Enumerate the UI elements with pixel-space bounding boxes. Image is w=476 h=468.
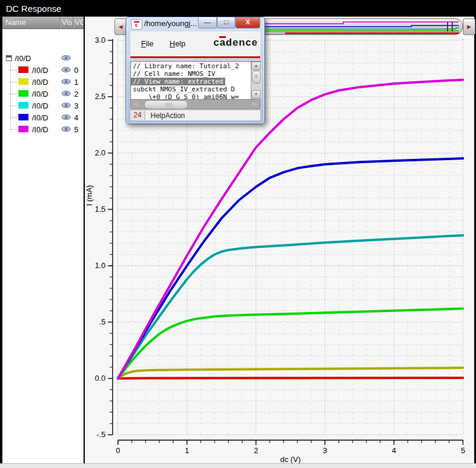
tree-line bbox=[10, 70, 17, 71]
close-button[interactable]: X bbox=[235, 17, 260, 28]
x-tick-label: 2 bbox=[254, 446, 258, 455]
popup-menubar: File Help cadence bbox=[130, 31, 260, 56]
minimize-icon: — bbox=[199, 17, 216, 27]
y-tick-label: 2.5 bbox=[95, 92, 106, 101]
column-header-vgs[interactable]: VGS bbox=[75, 18, 84, 27]
line-number-badge: 24 bbox=[130, 110, 145, 120]
h-scroll-thumb[interactable] bbox=[144, 100, 188, 109]
color-swatch bbox=[18, 126, 28, 132]
title-bar[interactable]: DC Response bbox=[0, 0, 476, 17]
netlist-line[interactable]: // Cell name: NMOS_IV bbox=[131, 70, 253, 78]
column-header-vis[interactable]: Vis bbox=[62, 18, 72, 27]
cadence-window-icon: c bbox=[131, 19, 142, 30]
vgs-value: 2 bbox=[74, 90, 78, 98]
eye-icon[interactable] bbox=[62, 102, 71, 109]
popup-statusbar: 24 HelpAction bbox=[130, 110, 260, 120]
y-tick-label: 3.0 bbox=[95, 36, 106, 44]
cadence-logo: cadence bbox=[213, 37, 258, 49]
tree-expander-icon[interactable] bbox=[6, 55, 12, 61]
red-separator bbox=[130, 56, 260, 58]
y-tick-label: -.5 bbox=[97, 430, 106, 439]
tree-line bbox=[10, 82, 17, 82]
x-tick-label: 5 bbox=[461, 446, 465, 455]
curve-vgs-3 bbox=[118, 235, 463, 378]
curve-vgs-4 bbox=[118, 158, 463, 378]
y-tick-label: .5 bbox=[99, 317, 106, 326]
menu-file-rest: ile bbox=[146, 39, 154, 48]
legend-row[interactable]: /I0/D4 bbox=[2, 112, 84, 123]
legend-row[interactable]: /I0/D1 bbox=[2, 76, 84, 88]
vgs-value: 0 bbox=[74, 66, 78, 75]
eye-icon[interactable] bbox=[62, 114, 71, 120]
y-tick-label: 1.5 bbox=[95, 205, 106, 214]
legend-tree: /I0/D/I0/D0/I0/D1/I0/D2/I0/D3/I0/D4/I0/D… bbox=[2, 28, 84, 463]
color-swatch bbox=[18, 90, 28, 97]
netlist-line[interactable]: // Library name: Tutorial_2 bbox=[131, 62, 253, 70]
netlist-line[interactable]: \+0 (D G S 0) ami06N w= bbox=[131, 93, 253, 99]
scroll-right-button[interactable]: ▷ bbox=[250, 100, 260, 109]
column-separator bbox=[60, 17, 60, 28]
x-tick-label: 4 bbox=[392, 446, 396, 455]
scroll-up-button[interactable]: ▲ bbox=[251, 62, 261, 70]
color-swatch bbox=[18, 78, 28, 85]
netlist-line[interactable]: subckt NMOS_IV_extracted D bbox=[131, 85, 253, 93]
vgs-value: 3 bbox=[74, 101, 78, 110]
thumb-grip bbox=[166, 103, 173, 107]
eye-icon[interactable] bbox=[62, 66, 71, 73]
maximize-button[interactable]: □ bbox=[217, 17, 235, 28]
vgs-value: 5 bbox=[74, 125, 78, 134]
app-window: DC Response Name Vis VGS /I0/D/I0/D0/I0/… bbox=[0, 0, 476, 468]
window-title: DC Response bbox=[6, 4, 61, 14]
h-scrollbar: ◁ ▷ bbox=[130, 99, 260, 109]
netlist-line[interactable]: // View name: extracted bbox=[131, 78, 225, 85]
legend-panel: Name Vis VGS /I0/D/I0/D0/I0/D1/I0/D2/I0/… bbox=[2, 17, 84, 463]
arrow-right-icon: ▷ bbox=[253, 101, 257, 107]
trace-label: /I0/D bbox=[32, 125, 48, 134]
menu-help-rest: elp bbox=[175, 39, 185, 48]
vgs-value: 4 bbox=[74, 113, 78, 122]
scroll-down-button[interactable]: ▼ bbox=[251, 90, 261, 98]
legend-row[interactable]: /I0/D5 bbox=[2, 123, 84, 135]
y-tick-label: 0.0 bbox=[95, 374, 106, 383]
trace-label: /I0/D bbox=[32, 113, 48, 122]
popup-title: /home/youngj... bbox=[144, 19, 197, 28]
trace-label: /I0/D bbox=[32, 101, 48, 110]
arrow-down-icon: ▼ bbox=[254, 92, 258, 96]
legend-row[interactable]: /I0/D0 bbox=[2, 64, 84, 76]
legend-parent-row[interactable]: /I0/D bbox=[2, 52, 84, 64]
menu-file[interactable]: File bbox=[141, 39, 154, 48]
y-axis-title: I (mA) bbox=[85, 185, 94, 206]
y-tick-label: 2.0 bbox=[95, 148, 106, 157]
popup-window: c /home/youngj... — □ X File Help cadenc… bbox=[126, 17, 265, 124]
netlist-text-area[interactable]: // Library name: Tutorial_2// Cell name:… bbox=[130, 61, 261, 99]
scroll-left-button[interactable]: ◁ bbox=[131, 100, 140, 109]
v-scrollbar: ▲ ≡ ▼ bbox=[251, 62, 261, 99]
maximize-icon: □ bbox=[218, 17, 235, 27]
v-scroll-thumb[interactable]: ≡ bbox=[252, 71, 261, 84]
legend-row[interactable]: /I0/D3 bbox=[2, 100, 84, 112]
eye-icon[interactable] bbox=[62, 78, 71, 85]
menu-help[interactable]: Help bbox=[170, 39, 186, 48]
column-separator bbox=[73, 17, 74, 28]
arrow-left-icon: ◁ bbox=[134, 101, 138, 107]
trace-label: /I0/D bbox=[32, 66, 48, 75]
column-header-name[interactable]: Name bbox=[5, 18, 26, 27]
curve-vgs-0 bbox=[118, 378, 463, 378]
arrow-up-icon: ▲ bbox=[254, 63, 258, 68]
eye-icon[interactable] bbox=[62, 55, 71, 61]
x-tick-label: 3 bbox=[323, 446, 327, 455]
tree-line bbox=[10, 94, 17, 94]
parent-label: /I0/D bbox=[15, 54, 31, 63]
color-swatch bbox=[18, 114, 28, 120]
tree-line bbox=[10, 106, 17, 106]
y-tick-label: 1.0 bbox=[95, 261, 106, 270]
close-icon: X bbox=[236, 17, 260, 27]
legend-header: Name Vis VGS bbox=[2, 17, 84, 29]
eye-icon[interactable] bbox=[62, 126, 71, 132]
minimize-button[interactable]: — bbox=[198, 17, 217, 28]
eye-icon[interactable] bbox=[62, 90, 71, 97]
legend-row[interactable]: /I0/D2 bbox=[2, 88, 84, 100]
trace-label: /I0/D bbox=[32, 78, 48, 87]
color-swatch bbox=[18, 66, 28, 73]
tree-line bbox=[10, 117, 17, 118]
